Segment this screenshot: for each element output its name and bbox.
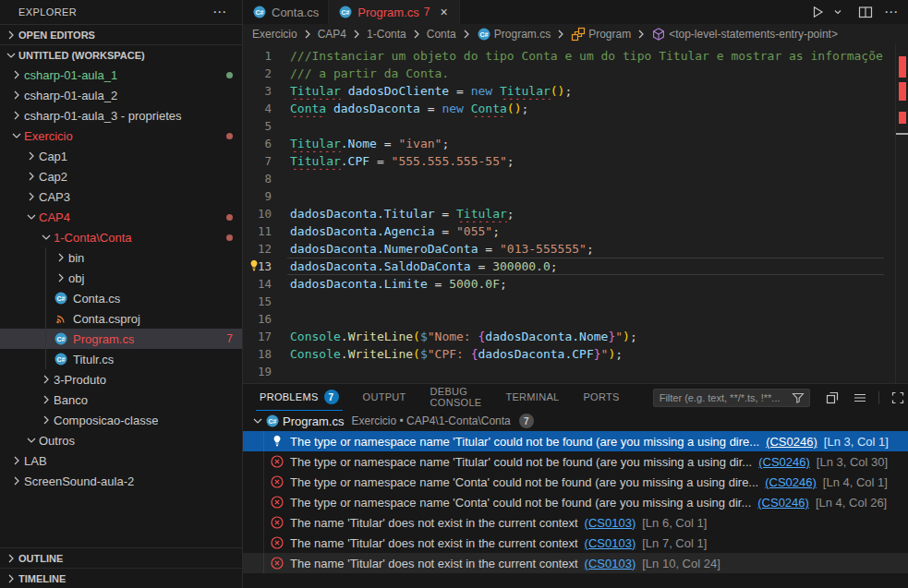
code-line-text[interactable] xyxy=(287,170,884,187)
code-token: = xyxy=(435,207,456,221)
workspace-section[interactable]: UNTITLED (WORKSPACE) xyxy=(0,44,242,65)
tree-item-composicao-classe[interactable]: Composicao-classe xyxy=(0,410,242,430)
tree-item-cap1[interactable]: Cap1 xyxy=(0,146,242,166)
code-line-text[interactable] xyxy=(287,310,884,328)
breadcrumb-item[interactable]: 1-Conta xyxy=(367,28,406,41)
code-token: "555.555.555-55" xyxy=(392,154,507,168)
code-line-text[interactable]: dadosDaconta.NumeroDaConta = "013-555555… xyxy=(287,240,884,258)
tree-item-titulr-cs[interactable]: C#Titulr.cs xyxy=(0,349,242,369)
filter-funnel-icon[interactable] xyxy=(791,390,805,405)
code-line-text[interactable] xyxy=(287,293,884,310)
breadcrumb-label: Program.cs xyxy=(494,28,551,41)
code-line-text[interactable]: dadosDaconta.Agencia = "055"; xyxy=(287,222,884,240)
code-line-text[interactable]: dadosDaconta.Titular = Titular; xyxy=(287,205,884,222)
tree-item-1-conta-conta[interactable]: 1-Conta\Conta xyxy=(0,227,242,247)
problem-row[interactable]: The type or namespace name 'Conta' could… xyxy=(243,492,908,512)
tree-item-label: 1-Conta\Conta xyxy=(54,231,132,245)
breadcrumb-item[interactable]: C#Program.cs xyxy=(477,27,551,42)
problem-code-link[interactable]: (CS0103) xyxy=(585,557,636,570)
code-line-text[interactable]: Titular dadosDoCliente = new Titular(); xyxy=(287,82,884,100)
panel-tab-problems[interactable]: PROBLEMS7 xyxy=(256,384,343,411)
code-line-text[interactable]: /// a partir da Conta. xyxy=(287,65,884,82)
code-line-12: 12dadosDaconta.NumeroDaConta = "013-5555… xyxy=(243,240,908,258)
tree-item-csharp-01-aula-3-proprietes[interactable]: csharp-01-aula_3 - proprietes xyxy=(0,105,242,126)
problem-row[interactable]: The type or namespace name 'Conta' could… xyxy=(243,472,908,492)
problem-code-link[interactable]: (CS0246) xyxy=(758,455,810,469)
code-line-text[interactable] xyxy=(287,117,884,135)
panel-tab-debug-console[interactable]: DEBUG CONSOLE xyxy=(427,384,486,411)
panel-tab-output[interactable]: OUTPUT xyxy=(359,384,410,411)
outline-section[interactable]: OUTLINE xyxy=(0,547,242,568)
timeline-section[interactable]: TIMELINE xyxy=(0,568,242,588)
class-icon xyxy=(571,27,586,42)
problem-message: The type or namespace name 'Conta' could… xyxy=(290,475,758,489)
problem-row[interactable]: The name 'Titular' does not exist in the… xyxy=(243,512,908,533)
breadcrumb-item[interactable]: Conta xyxy=(427,28,456,41)
breadcrumb-item[interactable]: Exercicio xyxy=(252,28,297,41)
code-line-text[interactable]: Conta dadosDaconta = new Conta(); xyxy=(287,100,884,117)
tab-bar: C#Conta.csC#Program.cs7× ⋯ xyxy=(243,0,908,24)
code-line-text[interactable]: Console.WriteLine($"Nome: {dadosDaconta.… xyxy=(287,328,884,345)
code-line-text[interactable]: Console.WriteLine($"CPF: {dadosDaconta.C… xyxy=(287,345,884,363)
code-line-text[interactable]: dadosDaconta.Limite = 5000.0F; xyxy=(287,275,884,293)
tree-item-program-cs[interactable]: C#Program.cs7 xyxy=(0,329,242,349)
tree-item-exercicio[interactable]: Exercicio xyxy=(0,126,242,146)
breadcrumb-item[interactable]: Program xyxy=(571,27,631,42)
code-line-text[interactable] xyxy=(287,363,884,380)
tree-item-cap3[interactable]: CAP3 xyxy=(0,186,242,207)
more-actions-icon[interactable]: ⋯ xyxy=(882,2,901,22)
code-token: ; xyxy=(615,347,623,361)
tree-item-csharp-01-aula-1[interactable]: csharp-01-aula_1 xyxy=(0,65,242,85)
problem-row[interactable]: The name 'Titular' does not exist in the… xyxy=(243,533,908,553)
error-mark xyxy=(899,112,906,124)
tree-item-obj[interactable]: obj xyxy=(0,268,242,288)
panel-tab-terminal[interactable]: TERMINAL xyxy=(502,384,563,411)
code-line-text[interactable]: Titular.CPF = "555.555.555-55"; xyxy=(287,152,884,170)
collapse-all-icon[interactable] xyxy=(823,389,841,407)
tree-item-3-produto[interactable]: 3-Produto xyxy=(0,369,242,390)
tree-item-banco[interactable]: Banco xyxy=(0,390,242,410)
problem-row[interactable]: The name 'Titular' does not exist in the… xyxy=(243,553,908,573)
code-line-11: 11dadosDaconta.Agencia = "055"; xyxy=(243,222,908,240)
code-line-text[interactable]: ///Instanciar um objeto do tipo Conta e … xyxy=(287,47,884,65)
run-dropdown-icon[interactable] xyxy=(829,3,847,21)
chevron-right-icon xyxy=(9,453,24,468)
tab-conta-cs[interactable]: C#Conta.cs xyxy=(243,0,329,24)
sidebar-more-actions-icon[interactable]: ⋯ xyxy=(209,4,231,20)
problem-code-link[interactable]: (CS0246) xyxy=(766,435,817,449)
tab-program-cs[interactable]: C#Program.cs7× xyxy=(329,0,459,24)
problem-row[interactable]: The type or namespace name 'Titular' cou… xyxy=(243,451,908,472)
tree-item-conta-cs[interactable]: C#Conta.cs xyxy=(0,288,242,308)
close-icon[interactable]: × xyxy=(438,5,449,19)
breadcrumb-label: Exercicio xyxy=(252,28,297,41)
problem-code-link[interactable]: (CS0246) xyxy=(757,496,809,510)
panel-tab-ports[interactable]: PORTS xyxy=(579,384,623,411)
tree-item-lab[interactable]: LAB xyxy=(0,450,242,471)
tree-item-outros[interactable]: Outros xyxy=(0,430,242,450)
code-line-text[interactable]: dadosDaconta.SaldoDaConta = 300000.0; xyxy=(287,258,884,275)
tree-item-conta-csproj[interactable]: Conta.csproj xyxy=(0,308,242,329)
code-line-text[interactable]: Titular.Nome = "ivan"; xyxy=(287,135,884,152)
tree-item-csharp-01-aula-2[interactable]: csharp-01-aula_2 xyxy=(0,85,242,105)
tree-item-cap2[interactable]: Cap2 xyxy=(0,166,242,186)
code-token: ; xyxy=(587,242,594,256)
run-button[interactable] xyxy=(808,3,827,21)
problem-code-link[interactable]: (CS0103) xyxy=(585,516,636,530)
tree-item-cap4[interactable]: CAP4 xyxy=(0,207,242,227)
code-editor[interactable]: 1///Instanciar um objeto do tipo Conta e… xyxy=(243,44,908,383)
breadcrumb-item[interactable]: CAP4 xyxy=(318,28,346,41)
open-editors-section[interactable]: OPEN EDITORS xyxy=(0,24,242,44)
filter-input[interactable] xyxy=(660,392,791,403)
split-editor-button[interactable] xyxy=(856,3,875,21)
maximize-panel-icon[interactable] xyxy=(889,389,907,407)
problem-location: [Ln 3, Col 1] xyxy=(824,435,889,449)
view-as-table-icon[interactable] xyxy=(851,389,869,407)
problems-file-group[interactable]: C# Program.cs Exercicio • CAP4\1-Conta\C… xyxy=(243,411,908,431)
problem-code-link[interactable]: (CS0103) xyxy=(585,536,636,550)
breadcrumb-item[interactable]: <top-level-statements-entry-point> xyxy=(651,27,838,42)
problem-code-link[interactable]: (CS0246) xyxy=(765,475,817,489)
problem-row[interactable]: The type or namespace name 'Titular' cou… xyxy=(243,431,908,451)
tree-item-screensound-aula-2[interactable]: ScreenSound-aula-2 xyxy=(0,471,242,491)
tree-item-bin[interactable]: bin xyxy=(0,247,242,268)
code-line-text[interactable] xyxy=(287,187,884,205)
